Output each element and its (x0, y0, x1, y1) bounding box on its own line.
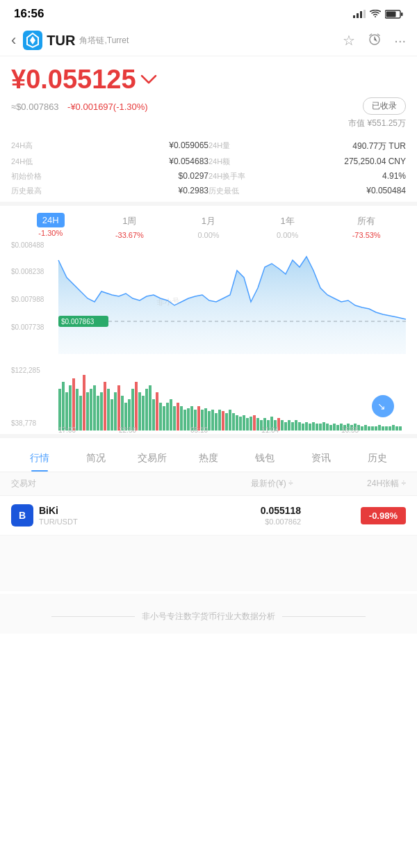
svg-rect-37 (117, 385, 120, 431)
svg-text:$38,778: $38,778 (11, 419, 37, 427)
svg-rect-22 (65, 392, 68, 431)
stat-value-5: 4.91% (307, 171, 406, 182)
svg-rect-36 (114, 392, 117, 431)
stat-label-0: 24H高 (11, 140, 110, 152)
price-change: -¥0.001697(-1.30%) (67, 102, 148, 112)
star-icon[interactable]: ☆ (343, 32, 355, 49)
exchange-logo-biki: B (11, 504, 33, 527)
exchange-name-biki: BiKi (39, 505, 196, 516)
svg-rect-87 (291, 422, 294, 431)
table-header: 交易对 最新价(¥) ÷ 24H张幅 ÷ (0, 472, 417, 496)
svg-rect-49 (159, 403, 162, 431)
stat-value-3: 275,250.04 CNY (307, 156, 406, 167)
svg-rect-2 (360, 11, 362, 18)
market-cap-row: 市值 ¥551.25万 (11, 118, 406, 129)
stat-value-7: ¥0.050484 (307, 186, 406, 196)
footer: 非小号专注数字货币行业大数据分析 (0, 594, 417, 634)
battery-icon (385, 10, 403, 19)
svg-rect-33 (104, 382, 106, 431)
tab-exchange[interactable]: 交易所 (124, 444, 180, 472)
svg-rect-91 (305, 422, 308, 431)
svg-rect-88 (295, 420, 297, 431)
svg-rect-50 (163, 406, 165, 431)
tab-wallet[interactable]: 钱包 (237, 444, 293, 472)
svg-rect-75 (250, 417, 252, 431)
footer-divider: 非小号专注数字货币行业大数据分析 (11, 611, 406, 622)
collected-badge[interactable]: 已收录 (363, 97, 406, 115)
svg-text:$122,285: $122,285 (11, 367, 40, 374)
header-nav: ‹ TUR 角塔链,Turret ☆ ··· (0, 25, 417, 56)
volume-chart-container: $122,285 $38,778 (0, 364, 417, 438)
tab-history[interactable]: 历史 (350, 444, 406, 472)
svg-text:16:55: 16:55 (341, 426, 359, 434)
col-header-price[interactable]: 最新价(¥) ÷ (180, 478, 293, 490)
svg-rect-38 (121, 396, 124, 431)
chart-tab-1m-label: 1月 (169, 213, 248, 230)
main-price-container: ¥0.055125 (11, 65, 406, 95)
bottom-tabs: 行情 简况 交易所 热度 钱包 资讯 历史 (0, 444, 417, 472)
exchange-pair-biki: TUR/USDT (39, 517, 196, 526)
tur-logo (23, 31, 42, 50)
chart-tab-24h[interactable]: 24H -1.30% (11, 213, 90, 239)
svg-rect-20 (58, 389, 61, 431)
chart-tab-1w-pct: -33.67% (90, 231, 170, 239)
svg-rect-45 (145, 389, 148, 431)
svg-rect-30 (93, 385, 96, 431)
svg-rect-41 (131, 389, 134, 431)
tab-news[interactable]: 资讯 (293, 444, 350, 472)
svg-rect-6 (401, 13, 403, 16)
header-subtitle: 角塔链,Turret (79, 35, 129, 47)
svg-rect-55 (180, 406, 183, 431)
chart-tab-1y[interactable]: 1年 0.00% (248, 213, 327, 239)
chart-tab-1y-label: 1年 (248, 213, 327, 230)
stat-label-5: 24H换手率 (208, 171, 307, 182)
price-usd-group: ≈$0.007863 -¥0.001697(-1.30%) (11, 100, 148, 113)
svg-rect-66 (218, 410, 221, 431)
svg-rect-72 (239, 417, 242, 431)
price-usd-row: ≈$0.007863 -¥0.001697(-1.30%) 已收录 (11, 97, 406, 115)
svg-rect-116 (392, 425, 395, 431)
footer-line-left (51, 616, 135, 617)
svg-text:22:50: 22:50 (119, 426, 136, 434)
exchange-price-biki: 0.055118 (196, 505, 301, 516)
tab-market[interactable]: 行情 (11, 444, 67, 472)
svg-rect-118 (399, 426, 402, 431)
chart-tab-1m[interactable]: 1月 0.00% (169, 213, 248, 239)
chart-tab-1m-pct: 0.00% (169, 231, 248, 239)
svg-rect-71 (236, 415, 238, 431)
footer-line-right (282, 616, 366, 617)
svg-rect-24 (72, 378, 75, 431)
alarm-icon[interactable] (368, 32, 382, 49)
chart-tab-1y-pct: 0.00% (248, 231, 327, 239)
svg-rect-77 (256, 418, 259, 431)
svg-rect-95 (319, 424, 322, 431)
stat-label-2: 24H低 (11, 156, 110, 167)
alarm-svg (368, 32, 382, 46)
exchange-row-0[interactable]: B BiKi TUR/USDT 0.055118 $0.007862 -0.98… (0, 496, 417, 536)
svg-text:$0.007738: $0.007738 (11, 323, 44, 331)
svg-rect-46 (149, 385, 152, 431)
svg-rect-63 (208, 411, 211, 431)
svg-rect-25 (76, 389, 79, 431)
chart-tab-all[interactable]: 所有 -73.53% (327, 213, 406, 239)
more-icon[interactable]: ··· (394, 33, 406, 49)
svg-rect-100 (336, 425, 339, 431)
chart-tab-1w[interactable]: 1周 -33.67% (90, 213, 170, 239)
stat-label-3: 24H额 (208, 156, 307, 167)
tab-heat[interactable]: 热度 (180, 444, 236, 472)
tab-overview[interactable]: 简况 (67, 444, 124, 472)
col-header-change[interactable]: 24H张幅 ÷ (293, 478, 406, 490)
back-button[interactable]: ‹ (11, 31, 16, 49)
stat-value-6: ¥0.2983 (110, 186, 208, 196)
svg-rect-114 (385, 426, 388, 431)
svg-rect-65 (215, 413, 218, 431)
price-usd: ≈$0.007863 (11, 102, 59, 112)
footer-text: 非小号专注数字货币行业大数据分析 (142, 611, 275, 622)
svg-rect-111 (375, 426, 377, 431)
svg-rect-96 (322, 422, 325, 431)
svg-text:$0.008488: $0.008488 (11, 241, 44, 249)
svg-rect-42 (135, 382, 138, 431)
chart-tab-24h-pct: -1.30% (11, 229, 90, 237)
col-header-pair: 交易对 (11, 478, 180, 490)
svg-rect-99 (333, 424, 336, 431)
